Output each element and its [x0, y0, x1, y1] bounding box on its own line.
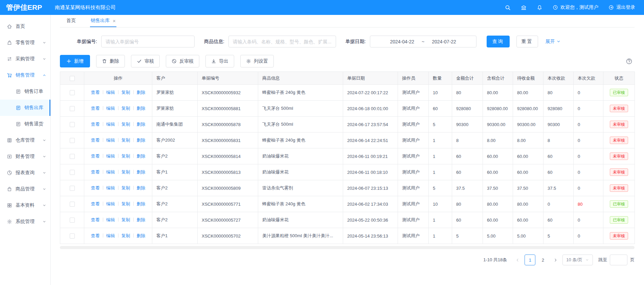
sidebar-item-retail[interactable]: 零售管理 [0, 35, 50, 51]
action-copy-link[interactable]: 复制 [121, 233, 130, 238]
sidebar-item-basic-data[interactable]: 基本资料 [0, 197, 50, 213]
action-delete-link[interactable]: 删除 [137, 106, 146, 111]
unaudit-button[interactable]: 反审核 [166, 55, 199, 67]
action-edit-link[interactable]: 编辑 [106, 217, 115, 222]
action-edit-link[interactable]: 编辑 [106, 122, 115, 127]
row-checkbox[interactable] [70, 154, 75, 159]
sidebar-item-report[interactable]: 报表查询 [0, 165, 50, 181]
action-copy-link[interactable]: 复制 [121, 106, 130, 111]
row-checkbox[interactable] [70, 90, 75, 95]
action-copy-link[interactable]: 复制 [121, 154, 130, 159]
audit-button[interactable]: 审核 [131, 55, 160, 67]
export-button[interactable]: 导出 [205, 55, 234, 67]
action-delete-link[interactable]: 删除 [137, 201, 146, 206]
action-copy-link[interactable]: 复制 [121, 185, 130, 190]
action-view-link[interactable]: 查看 [91, 138, 100, 143]
sidebar-item-label: 销售出库 [24, 105, 43, 111]
cell-operator: 测试用户 [398, 196, 429, 212]
row-checkbox[interactable] [70, 138, 75, 143]
action-view-link[interactable]: 查看 [91, 106, 100, 111]
sidebar-item-label: 采购管理 [16, 56, 35, 62]
action-separator [103, 202, 103, 206]
action-delete-link[interactable]: 删除 [137, 217, 146, 222]
action-delete-link[interactable]: 删除 [137, 233, 146, 238]
expand-link[interactable]: 展开 [546, 39, 561, 45]
bell-icon[interactable] [537, 5, 542, 11]
action-view-link[interactable]: 查看 [91, 90, 100, 95]
action-delete-link[interactable]: 删除 [137, 169, 146, 175]
row-checkbox[interactable] [70, 186, 75, 191]
order-no-input[interactable] [101, 36, 195, 47]
sidebar-item-product[interactable]: 商品管理 [0, 181, 50, 197]
action-view-link[interactable]: 查看 [91, 122, 100, 127]
select-all-checkbox[interactable] [70, 76, 75, 81]
sidebar-item-finance[interactable]: 财务管理 [0, 148, 50, 165]
row-checkbox[interactable] [70, 106, 75, 111]
action-copy-link[interactable]: 复制 [121, 217, 130, 222]
action-delete-link[interactable]: 删除 [137, 122, 146, 127]
next-page-button[interactable] [551, 255, 560, 265]
action-view-link[interactable]: 查看 [91, 185, 100, 190]
action-delete-link[interactable]: 删除 [137, 138, 146, 143]
date-to[interactable]: 2024-07-22 [432, 39, 456, 44]
action-edit-link[interactable]: 编辑 [106, 138, 115, 143]
jump-to-input[interactable] [610, 255, 627, 265]
cell-date: 2024-05-22 00:50:36 [343, 212, 398, 228]
action-copy-link[interactable]: 复制 [121, 122, 130, 127]
action-view-link[interactable]: 查看 [91, 154, 100, 159]
page-button-2[interactable]: 2 [537, 255, 548, 265]
action-delete-link[interactable]: 删除 [137, 185, 146, 190]
sidebar-item-sales-return[interactable]: 销售退货 [0, 116, 50, 132]
logout-button[interactable]: 退出登录 [608, 4, 635, 11]
column-settings-button[interactable]: 列设置 [240, 55, 274, 67]
page-size-select[interactable]: 10 条/页 [562, 255, 593, 265]
horizontal-scrollbar[interactable] [60, 246, 635, 249]
sidebar-item-sales[interactable]: 销售管理 [0, 67, 50, 83]
action-copy-link[interactable]: 复制 [121, 201, 130, 206]
prev-page-button[interactable] [513, 255, 522, 265]
action-copy-link[interactable]: 复制 [121, 90, 130, 95]
sidebar-item-warehouse[interactable]: 仓库管理 [0, 132, 50, 148]
page-button-1[interactable]: 1 [525, 255, 535, 265]
date-range-picker[interactable]: 2024-04-22 ~ 2024-07-22 [370, 36, 476, 47]
action-edit-link[interactable]: 编辑 [106, 154, 115, 159]
action-edit-link[interactable]: 编辑 [106, 185, 115, 190]
action-copy-link[interactable]: 复制 [121, 169, 130, 175]
row-checkbox[interactable] [70, 122, 75, 127]
search-button[interactable]: 查询 [487, 36, 510, 47]
tab-sales-outbound[interactable]: 销售出库× [90, 15, 116, 27]
action-delete-link[interactable]: 删除 [137, 90, 146, 95]
delete-button[interactable]: 删除 [96, 55, 125, 67]
sidebar-item-sales-outbound[interactable]: 销售出库 [0, 100, 50, 116]
product-info-input[interactable] [228, 36, 336, 47]
welcome-user[interactable]: 欢迎您，测试用户 [553, 4, 598, 11]
action-view-link[interactable]: 查看 [91, 169, 100, 175]
sidebar-item-sales-order[interactable]: 销售订单 [0, 83, 50, 100]
row-checkbox[interactable] [70, 202, 75, 207]
action-edit-link[interactable]: 编辑 [106, 90, 115, 95]
sidebar-item-purchase[interactable]: 采购管理 [0, 51, 50, 67]
close-icon[interactable]: × [113, 18, 116, 23]
help-icon[interactable] [626, 58, 632, 65]
search-icon[interactable] [505, 5, 511, 11]
reset-button[interactable]: 重置 [516, 36, 538, 47]
add-button[interactable]: 新增 [60, 55, 90, 67]
action-view-link[interactable]: 查看 [91, 217, 100, 222]
action-delete-link[interactable]: 删除 [137, 154, 146, 159]
sidebar-item-system[interactable]: 系统管理 [0, 213, 50, 230]
row-checkbox[interactable] [70, 218, 75, 223]
bank-icon[interactable] [521, 5, 527, 11]
sidebar-item-home[interactable]: 首页 [0, 18, 50, 35]
action-edit-link[interactable]: 编辑 [106, 169, 115, 175]
action-copy-link[interactable]: 复制 [121, 138, 130, 143]
table-row: 查看编辑复制删除客户2XSCK00000005814奶油味爆米花2024-06-… [60, 148, 635, 164]
action-view-link[interactable]: 查看 [91, 233, 100, 238]
row-checkbox[interactable] [70, 233, 75, 239]
action-edit-link[interactable]: 编辑 [106, 233, 115, 238]
date-from[interactable]: 2024-04-22 [390, 39, 414, 44]
row-checkbox[interactable] [70, 170, 75, 175]
action-edit-link[interactable]: 编辑 [106, 106, 115, 111]
tab-home[interactable]: 首页 [66, 15, 76, 27]
action-view-link[interactable]: 查看 [91, 201, 100, 206]
action-edit-link[interactable]: 编辑 [106, 201, 115, 206]
